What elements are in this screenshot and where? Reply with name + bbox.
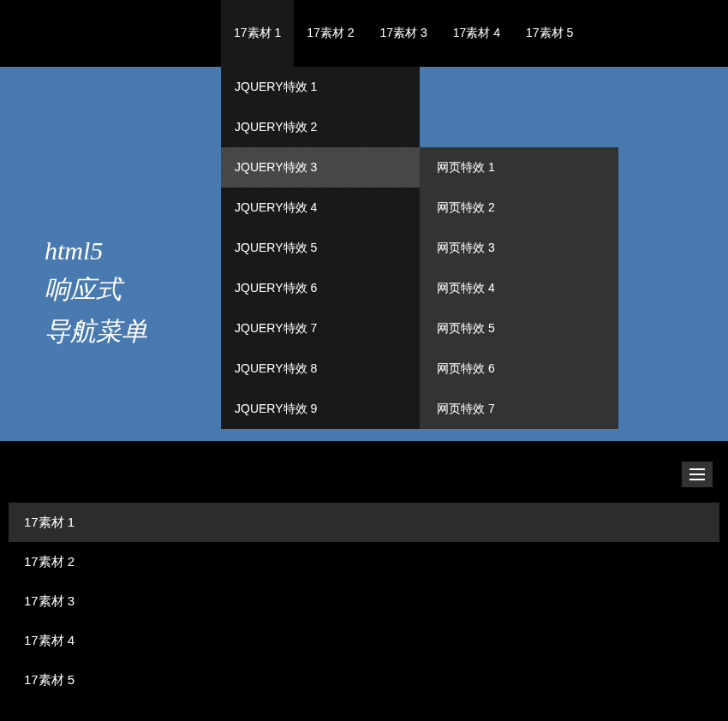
dropdown-item[interactable]: JQUERY特效 9	[221, 389, 420, 429]
dropdown-item[interactable]: JQUERY特效 4	[221, 188, 420, 228]
dropdown-item[interactable]: JQUERY特效 3	[221, 147, 420, 188]
mobile-nav-item[interactable]: 17素材 1	[9, 503, 719, 542]
dropdown-item[interactable]: JQUERY特效 8	[221, 349, 420, 389]
hamburger-icon	[689, 468, 705, 470]
hamburger-icon	[689, 479, 705, 480]
hero-banner: html5 响应式 导航菜单 JQUERY特效 1JQUERY特效 2JQUER…	[0, 67, 728, 441]
mobile-nav-item[interactable]: 17素材 3	[9, 581, 719, 621]
top-nav-item[interactable]: 17素材 5	[513, 0, 586, 67]
dropdown-item[interactable]: JQUERY特效 2	[221, 107, 420, 147]
mobile-nav-list: 17素材 117素材 217素材 317素材 417素材 5	[9, 503, 719, 700]
hamburger-button[interactable]	[682, 462, 713, 487]
mobile-nav-item[interactable]: 17素材 5	[9, 660, 719, 700]
top-nav-item[interactable]: 17素材 3	[367, 0, 440, 67]
dropdown-menu: JQUERY特效 1JQUERY特效 2JQUERY特效 3JQUERY特效 4…	[221, 67, 420, 429]
submenu-item[interactable]: 网页特效 4	[420, 268, 618, 308]
top-nav-item[interactable]: 17素材 4	[440, 0, 513, 67]
hamburger-icon	[689, 474, 705, 475]
dropdown-item[interactable]: JQUERY特效 5	[221, 228, 420, 268]
submenu-item[interactable]: 网页特效 2	[420, 188, 618, 228]
hero-title-line1: html5	[45, 236, 147, 265]
submenu-item[interactable]: 网页特效 5	[420, 308, 618, 349]
mobile-nav-item[interactable]: 17素材 4	[9, 621, 719, 660]
top-nav-item[interactable]: 17素材 2	[294, 0, 367, 67]
top-nav-item[interactable]: 17素材 1	[221, 0, 294, 67]
hero-title: html5 响应式 导航菜单	[45, 236, 147, 349]
submenu-item[interactable]: 网页特效 3	[420, 228, 618, 268]
submenu: 网页特效 1网页特效 2网页特效 3网页特效 4网页特效 5网页特效 6网页特效…	[420, 147, 618, 429]
submenu-item[interactable]: 网页特效 1	[420, 147, 618, 188]
top-nav: 17素材 117素材 217素材 317素材 417素材 5	[0, 0, 728, 67]
submenu-item[interactable]: 网页特效 7	[420, 389, 618, 429]
dropdown-item[interactable]: JQUERY特效 6	[221, 268, 420, 308]
dropdown-item[interactable]: JQUERY特效 7	[221, 308, 420, 349]
dropdown-item[interactable]: JQUERY特效 1	[221, 67, 420, 107]
hero-title-line3: 导航菜单	[45, 314, 147, 349]
mobile-nav-item[interactable]: 17素材 2	[9, 542, 719, 581]
hero-title-line2: 响应式	[45, 272, 147, 307]
submenu-item[interactable]: 网页特效 6	[420, 349, 618, 389]
hamburger-row	[9, 462, 719, 487]
mobile-section: 17素材 117素材 217素材 317素材 417素材 5	[0, 441, 728, 717]
